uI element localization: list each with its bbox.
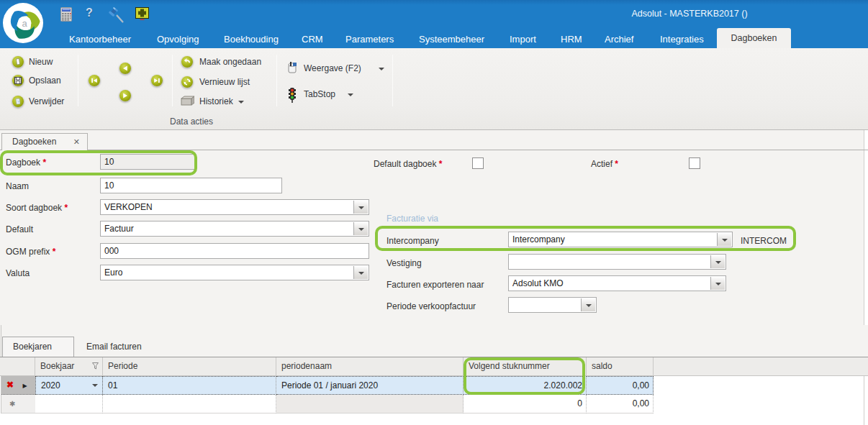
svg-text:a: a bbox=[22, 18, 27, 29]
